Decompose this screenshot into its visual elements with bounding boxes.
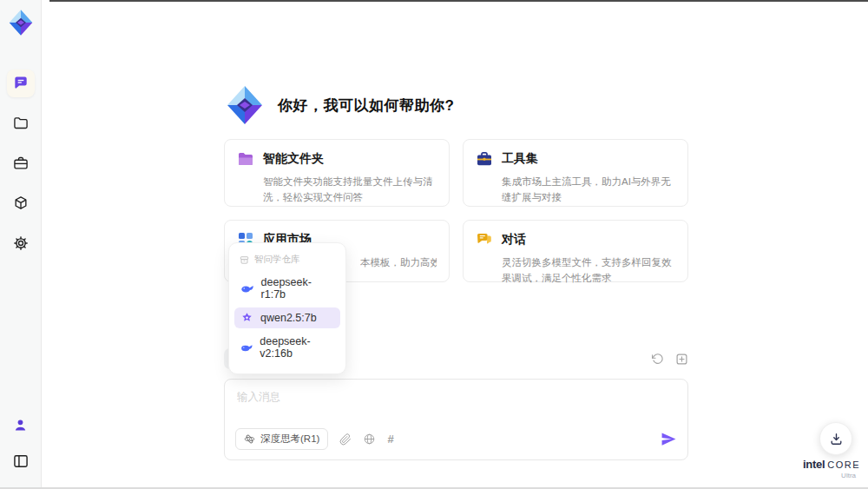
sidebar: [0, 0, 42, 487]
intel-product-text: core: [827, 459, 860, 470]
card-description: 本模板，助力高效生成多: [360, 254, 437, 270]
conversation-tools: [651, 353, 688, 366]
sidebar-bottom: [7, 411, 35, 475]
card-title: 工具集: [502, 151, 538, 167]
model-dropdown-header-label: 智问学仓库: [254, 254, 300, 266]
model-option-deepseek-r1[interactable]: deepseek-r1:7b: [234, 272, 340, 305]
collapse-panel-icon: [12, 453, 30, 470]
settings-icon: [12, 235, 30, 252]
toolbox-icon: [12, 155, 30, 172]
card-description: 智能文件夹功能支持批量文件上传与清洗，轻松实现文件问答: [263, 174, 437, 206]
card-description: 集成市场上主流工具，助力AI与外界无缝扩展与对接: [502, 174, 675, 206]
model-dropdown: 智问学仓库 deepseek-r1:7b qwen2.5:7b dee: [228, 242, 346, 374]
card-title: 对话: [502, 232, 526, 248]
window-top-edge: [49, 0, 868, 2]
card-conversation[interactable]: 对话 灵活切换多模型文件，支持多样回复效果调试，满足个性化需求: [463, 220, 688, 282]
model-option-label: deepseek-r1:7b: [261, 276, 334, 301]
greeting-text: 你好，我可以如何帮助你?: [278, 96, 454, 116]
web-search-button[interactable]: [363, 433, 376, 446]
history-icon: [651, 353, 664, 366]
sidebar-nav: [7, 69, 35, 257]
sidebar-item-collapse[interactable]: [7, 447, 35, 475]
card-description: 灵活切换多模型文件，支持多样回复效果调试，满足个性化需求: [502, 254, 675, 287]
repo-icon: [240, 255, 249, 265]
briefcase-navy-icon: [476, 150, 493, 168]
intel-tier-text: Ultra: [799, 472, 865, 479]
qwen-icon: [240, 312, 253, 324]
user-icon: [12, 417, 29, 433]
chat-gold-icon: [476, 231, 493, 248]
sidebar-item-models[interactable]: [7, 189, 35, 217]
app-logo[interactable]: [7, 9, 35, 36]
deepseek-whale-icon: [240, 342, 253, 354]
deep-think-label: 深度思考(R1): [260, 433, 319, 446]
sidebar-item-chat[interactable]: [7, 69, 35, 97]
input-toolbar: 深度思考(R1) #: [235, 428, 677, 450]
globe-icon: [363, 433, 376, 446]
greeting-block: 你好，我可以如何帮助你?: [224, 84, 454, 126]
intel-brand-text: intel: [803, 458, 825, 471]
folder-purple-icon: [237, 150, 254, 168]
model-option-label: qwen2.5:7b: [260, 312, 317, 324]
card-smart-folder[interactable]: 智能文件夹 智能文件夹功能支持批量文件上传与清洗，轻松实现文件问答: [224, 139, 450, 207]
greeting-logo-icon: [224, 84, 266, 126]
atom-icon: [244, 433, 255, 445]
paperclip-icon: [339, 433, 352, 446]
app-window: 你好，我可以如何帮助你? 智能文件夹 智能文件夹功能支持批量文件上传与清洗，轻松…: [0, 0, 868, 489]
sidebar-item-folders[interactable]: [7, 109, 35, 137]
send-icon: [661, 431, 677, 447]
logo-diamond-icon: [7, 9, 35, 36]
history-button[interactable]: [651, 353, 664, 366]
download-icon: [829, 432, 844, 446]
download-fab[interactable]: [819, 422, 852, 455]
new-chat-button[interactable]: [675, 353, 688, 366]
card-title: 智能文件夹: [263, 151, 324, 167]
new-chat-icon: [675, 353, 688, 366]
model-option-qwen[interactable]: qwen2.5:7b: [234, 307, 340, 328]
deepseek-whale-icon: [240, 283, 254, 294]
attach-file-button[interactable]: [339, 433, 352, 446]
intel-core-ultra-badge: intelcore Ultra: [799, 457, 865, 479]
message-input[interactable]: [225, 380, 687, 414]
topic-hash-button[interactable]: #: [387, 433, 393, 446]
send-button[interactable]: [661, 431, 677, 447]
card-toolset[interactable]: 工具集 集成市场上主流工具，助力AI与外界无缝扩展与对接: [463, 139, 688, 207]
model-dropdown-header: 智问学仓库: [229, 248, 345, 269]
sidebar-item-toolset[interactable]: [7, 149, 35, 177]
deep-think-toggle[interactable]: 深度思考(R1): [235, 428, 328, 450]
cube-icon: [12, 195, 30, 212]
sidebar-item-account[interactable]: [7, 411, 35, 439]
model-option-label: deepseek-v2:16b: [260, 335, 334, 360]
model-option-deepseek-v2[interactable]: deepseek-v2:16b: [234, 331, 340, 364]
message-input-box: 深度思考(R1) #: [224, 379, 688, 460]
folder-icon: [12, 115, 30, 132]
chat-icon: [12, 75, 30, 92]
sidebar-item-settings[interactable]: [7, 229, 35, 257]
